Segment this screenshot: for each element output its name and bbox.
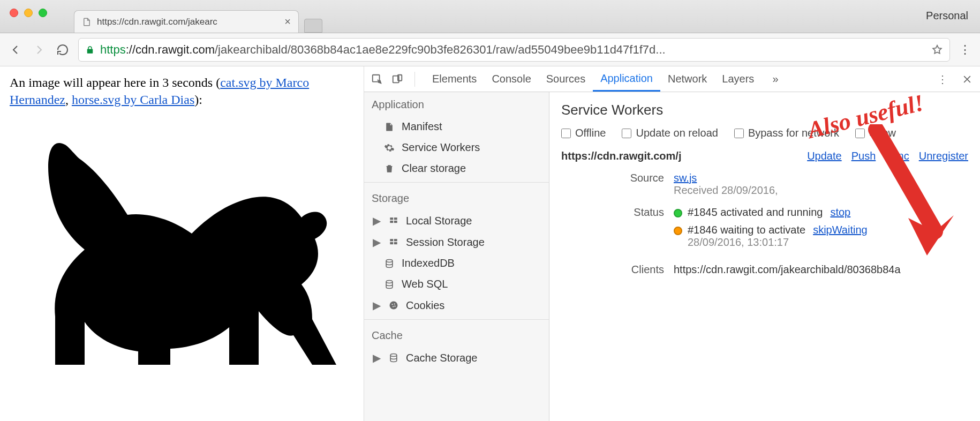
devtools-tabstrip: ElementsConsoleSourcesApplicationNetwork…	[364, 66, 980, 92]
svg-rect-6	[394, 221, 397, 223]
sw-stop-link[interactable]: stop	[830, 206, 850, 218]
grid-icon	[388, 215, 399, 227]
link-horse-svg[interactable]: horse.svg by Carla Dias	[72, 93, 194, 107]
bookmark-star-icon[interactable]	[931, 44, 943, 56]
application-sidebar: ApplicationManifestService WorkersClear …	[364, 92, 549, 421]
lock-icon	[85, 45, 95, 55]
checkbox[interactable]	[622, 129, 631, 138]
gear-icon	[383, 142, 395, 154]
sw-client-url: https://cdn.rawgit.com/jakearchibald/803…	[674, 264, 968, 276]
sidebar-item-label: Service Workers	[402, 141, 480, 154]
tabs-overflow-button[interactable]: »	[767, 73, 783, 85]
sw-action-sync[interactable]: Sync	[885, 150, 909, 162]
sidebar-item-indexeddb[interactable]: IndexedDB	[364, 253, 549, 274]
sw-options-row: OfflineUpdate on reloadBypass for networ…	[561, 127, 968, 139]
address-bar[interactable]: https://cdn.rawgit.com/jakearchibald/803…	[78, 38, 950, 62]
devtools-tab-elements[interactable]: Elements	[425, 66, 484, 92]
browser-tab[interactable]: https://cdn.rawgit.com/jakearc ×	[74, 10, 299, 33]
svg-rect-3	[390, 217, 393, 220]
new-tab-button[interactable]	[304, 19, 322, 33]
cat-image	[10, 113, 354, 381]
window-minimize-button[interactable]	[24, 9, 33, 17]
svg-point-14	[391, 304, 393, 305]
check-label: Bypass for network	[748, 127, 839, 139]
profile-label[interactable]: Personal	[926, 10, 968, 22]
sw-source-row: Source sw.js Received 28/09/2016,	[561, 172, 968, 197]
sw-action-push[interactable]: Push	[851, 150, 876, 162]
tab-title: https://cdn.rawgit.com/jakearc	[97, 17, 217, 27]
db-icon	[383, 279, 395, 290]
sw-check-offline[interactable]: Offline	[561, 127, 606, 139]
annotation-overlay: Also useful!	[549, 92, 980, 421]
service-workers-panel: Service Workers OfflineUpdate on reloadB…	[549, 92, 980, 421]
status-dot-orange-icon	[674, 227, 682, 235]
sw-clients-row: Clients https://cdn.rawgit.com/jakearchi…	[561, 264, 968, 276]
checkbox[interactable]	[855, 129, 865, 138]
sidebar-item-local-storage[interactable]: ▶Local Storage	[364, 210, 549, 231]
checkbox[interactable]	[561, 129, 571, 138]
svg-rect-10	[394, 242, 397, 244]
sw-received-text: Received 28/09/2016,	[674, 184, 778, 196]
devtools-body: ApplicationManifestService WorkersClear …	[364, 92, 980, 421]
sw-skipwaiting-link[interactable]: skipWaiting	[813, 224, 868, 236]
row-label: Source	[561, 172, 674, 197]
sidebar-item-manifest[interactable]: Manifest	[364, 116, 549, 137]
sidebar-item-label: IndexedDB	[402, 257, 455, 269]
sidebar-item-web-sql[interactable]: Web SQL	[364, 274, 549, 295]
sidebar-item-label: Local Storage	[406, 215, 472, 227]
sidebar-section-application: Application	[364, 92, 549, 116]
sw-origin-row: https://cdn.rawgit.com/j UpdatePushSyncU…	[561, 150, 968, 162]
sw-status-activated: #1845 activated and runningstop	[674, 206, 968, 219]
devtools-tab-sources[interactable]: Sources	[539, 66, 593, 92]
inspect-element-icon[interactable]	[370, 72, 385, 87]
sidebar-item-label: Manifest	[402, 121, 442, 133]
expand-arrow-icon: ▶	[373, 299, 379, 312]
window-close-button[interactable]	[10, 9, 18, 17]
status-dot-green-icon	[674, 209, 682, 217]
devtools-tab-application[interactable]: Application	[593, 66, 660, 92]
browser-menu-button[interactable]: ⋮	[958, 43, 973, 57]
sw-action-unregister[interactable]: Unregister	[919, 150, 968, 162]
devtools-tab-layers[interactable]: Layers	[714, 66, 762, 92]
expand-arrow-icon: ▶	[373, 351, 379, 364]
devtools-tab-console[interactable]: Console	[484, 66, 538, 92]
panel-title: Service Workers	[561, 102, 968, 118]
title-bar: https://cdn.rawgit.com/jakearc × Persona…	[0, 0, 980, 33]
content-area: An image will appear here in 3 seconds (…	[0, 66, 980, 421]
checkbox[interactable]	[734, 129, 744, 138]
sw-waiting-time: 28/09/2016, 13:01:17	[688, 236, 968, 249]
reload-button[interactable]	[55, 42, 71, 58]
sidebar-item-clear-storage[interactable]: Clear storage	[364, 158, 549, 179]
sw-check-update-on-reload[interactable]: Update on reload	[622, 127, 718, 139]
back-button[interactable]	[7, 42, 24, 58]
sidebar-item-cookies[interactable]: ▶Cookies	[364, 295, 549, 316]
devtools-close-button[interactable]	[960, 72, 975, 87]
sidebar-item-label: Web SQL	[402, 278, 448, 290]
sw-check-show[interactable]: Show	[855, 127, 896, 139]
devtools-tab-network[interactable]: Network	[660, 66, 714, 92]
devtools: ElementsConsoleSourcesApplicationNetwork…	[364, 66, 980, 421]
forward-button[interactable]	[31, 42, 47, 58]
devtools-menu-button[interactable]: ⋮	[935, 72, 950, 87]
svg-point-17	[394, 306, 395, 307]
row-label: Clients	[561, 264, 674, 276]
svg-rect-4	[394, 217, 397, 220]
sw-actions: UpdatePushSyncUnregister	[807, 150, 968, 162]
sw-source-link[interactable]: sw.js	[674, 172, 697, 184]
check-label: Offline	[575, 127, 606, 139]
sw-action-update[interactable]: Update	[807, 150, 842, 162]
sidebar-item-cache-storage[interactable]: ▶Cache Storage	[364, 347, 549, 369]
sidebar-section-cache: Cache	[364, 323, 549, 347]
sidebar-item-session-storage[interactable]: ▶Session Storage	[364, 231, 549, 253]
tab-close-button[interactable]: ×	[284, 16, 291, 28]
svg-rect-7	[390, 239, 393, 241]
file-icon	[82, 17, 92, 27]
sidebar-item-service-workers[interactable]: Service Workers	[364, 137, 549, 158]
sw-origin: https://cdn.rawgit.com/j	[561, 150, 681, 162]
browser-toolbar: https://cdn.rawgit.com/jakearchibald/803…	[0, 33, 980, 66]
window-zoom-button[interactable]	[39, 9, 47, 17]
separator	[414, 72, 415, 87]
sw-check-bypass-for-network[interactable]: Bypass for network	[734, 127, 839, 139]
device-toolbar-icon[interactable]	[390, 72, 405, 87]
svg-rect-5	[390, 221, 393, 223]
